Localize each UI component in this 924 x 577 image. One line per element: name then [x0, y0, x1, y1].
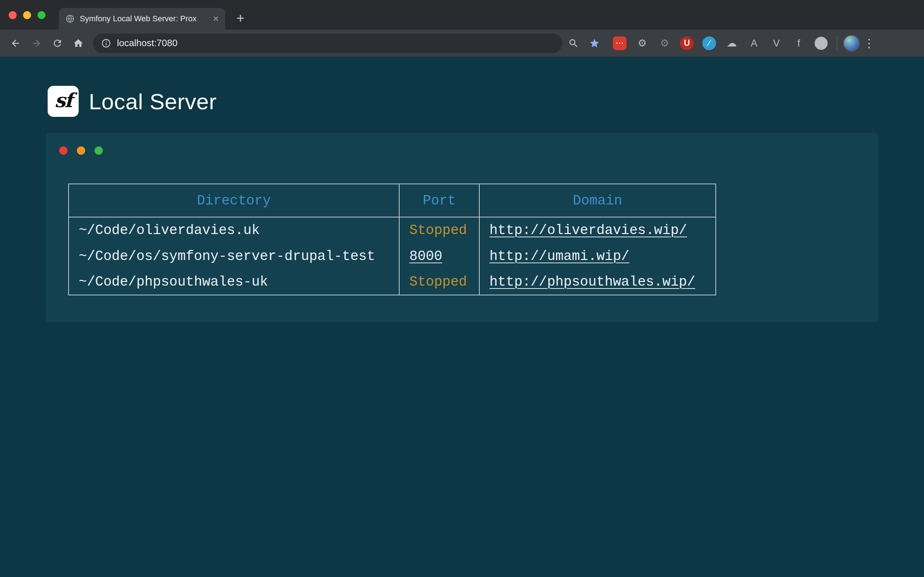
symfony-logo: sf	[48, 86, 79, 117]
star-icon	[589, 38, 600, 49]
servers-table: Directory Port Domain ~/Code/oliverdavie…	[68, 184, 716, 295]
page-content: sf Local Server Directory Port Domain	[0, 56, 924, 577]
symfony-logo-glyph: sf	[55, 89, 72, 114]
port-link[interactable]: 8000	[409, 248, 442, 264]
info-icon[interactable]	[101, 38, 111, 48]
back-icon	[10, 38, 21, 49]
gear-dark-glyph: ⚙	[660, 37, 669, 49]
window-close-button[interactable]	[9, 11, 16, 19]
table-row: ~/Code/phpsouthwales-uk Stopped http://p…	[69, 269, 716, 295]
domain-link[interactable]: http://oliverdavies.wip/	[489, 222, 687, 238]
profile-avatar[interactable]	[843, 35, 860, 52]
dots-extension-glyph: ⋯	[613, 36, 627, 50]
toolbar-divider	[837, 36, 837, 50]
dots-extension-icon[interactable]: ⋯	[610, 34, 630, 53]
blue-circle-extension-icon[interactable]: ∕	[699, 34, 719, 53]
a-extension-icon[interactable]: A	[744, 34, 764, 53]
browser-toolbar: localhost:7080 ⋯ ⚙ ⚙ U ∕ ☁ A V f ⋮	[0, 29, 924, 56]
column-header-domain: Domain	[479, 184, 716, 217]
tab-strip: Symfony Local Web Server: Prox × +	[0, 0, 924, 29]
window-minimize-button[interactable]	[23, 11, 31, 19]
url-text[interactable]: localhost:7080	[117, 37, 178, 49]
browser-window: Symfony Local Web Server: Prox × + local…	[0, 0, 924, 577]
column-header-directory: Directory	[69, 184, 399, 217]
f-glyph: f	[797, 37, 800, 49]
a-glyph: A	[751, 37, 758, 49]
blue-circle-glyph: ∕	[703, 36, 716, 50]
panel-red-dot	[59, 147, 68, 155]
browser-menu-button[interactable]: ⋮	[861, 36, 877, 50]
directory-cell: ~/Code/phpsouthwales-uk	[69, 269, 399, 295]
window-zoom-button[interactable]	[37, 11, 45, 19]
panel-window-dots	[46, 133, 878, 155]
v-extension-icon[interactable]: V	[767, 34, 786, 53]
extensions-bar: ⋯ ⚙ ⚙ U ∕ ☁ A V f	[610, 34, 831, 53]
panel-green-dot	[95, 147, 103, 155]
bookmark-button[interactable]	[585, 34, 604, 53]
github-glyph	[815, 37, 828, 50]
reload-icon	[52, 38, 63, 49]
home-button[interactable]	[69, 34, 88, 53]
zoom-icon	[568, 38, 579, 49]
address-bar[interactable]: localhost:7080	[93, 34, 562, 53]
forward-button[interactable]	[27, 34, 46, 53]
ublock-glyph: U	[680, 36, 694, 50]
port-cell: Stopped	[399, 217, 479, 243]
server-panel: Directory Port Domain ~/Code/oliverdavie…	[46, 133, 878, 322]
panel-orange-dot	[77, 147, 85, 155]
directory-cell: ~/Code/oliverdavies.uk	[69, 217, 399, 243]
gear-light-extension-icon[interactable]: ⚙	[632, 34, 652, 53]
gear-light-glyph: ⚙	[637, 37, 646, 49]
tab-close-icon[interactable]: ×	[213, 14, 219, 24]
window-controls	[9, 11, 45, 19]
v-glyph: V	[773, 37, 780, 49]
domain-cell: http://oliverdavies.wip/	[479, 217, 716, 243]
table-row: ~/Code/os/symfony-server-drupal-test 800…	[69, 243, 716, 269]
domain-cell: http://phpsouthwales.wip/	[479, 269, 716, 295]
page-title: Local Server	[89, 89, 216, 114]
ublock-extension-icon[interactable]: U	[677, 34, 696, 53]
table-header-row: Directory Port Domain	[69, 184, 716, 217]
column-header-port: Port	[399, 184, 479, 217]
domain-cell: http://umami.wip/	[479, 243, 716, 269]
cloud-extension-icon[interactable]: ☁	[722, 34, 741, 53]
status-badge: Stopped	[409, 222, 467, 238]
brand-header: sf Local Server	[48, 86, 924, 117]
globe-icon	[65, 14, 75, 23]
port-cell: Stopped	[399, 269, 479, 295]
f-extension-icon[interactable]: f	[789, 34, 809, 53]
tab-title: Symfony Local Web Server: Prox	[80, 14, 208, 23]
reload-button[interactable]	[48, 34, 67, 53]
new-tab-button[interactable]: +	[230, 8, 250, 28]
domain-link[interactable]: http://umami.wip/	[489, 248, 630, 264]
cloud-glyph: ☁	[727, 37, 737, 49]
status-badge: Stopped	[409, 274, 467, 290]
table-row: ~/Code/oliverdavies.uk Stopped http://ol…	[69, 217, 716, 243]
directory-cell: ~/Code/os/symfony-server-drupal-test	[69, 243, 399, 269]
port-cell: 8000	[399, 243, 479, 269]
back-button[interactable]	[6, 34, 25, 53]
github-extension-icon[interactable]	[811, 34, 831, 53]
home-icon	[73, 38, 84, 49]
zoom-button[interactable]	[564, 34, 583, 53]
gear-dark-extension-icon[interactable]: ⚙	[655, 34, 674, 53]
domain-link[interactable]: http://phpsouthwales.wip/	[489, 274, 695, 290]
forward-icon	[31, 38, 42, 49]
browser-tab[interactable]: Symfony Local Web Server: Prox ×	[59, 8, 225, 29]
